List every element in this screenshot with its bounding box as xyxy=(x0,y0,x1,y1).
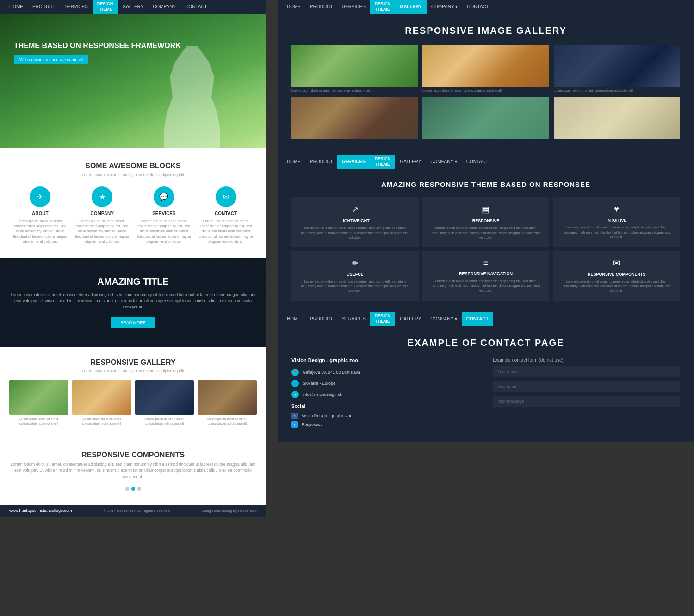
social-fb-row: f Vision Design - graphic zoo xyxy=(291,413,479,419)
block-company-text: Lorem ipsum dolor sit amet, consectetuer… xyxy=(74,218,130,244)
gallery-thumb-4[interactable] xyxy=(198,380,257,415)
form-message-input[interactable] xyxy=(493,396,680,407)
left-nav: HOME PRODUCT SERVICES DESIGN THEME GALLE… xyxy=(0,0,266,14)
rg-img-3[interactable] xyxy=(554,45,680,87)
read-more-button[interactable]: READ MORE xyxy=(111,317,155,328)
rc-nav-product[interactable]: PRODUCT xyxy=(305,312,337,326)
rs-nav-services[interactable]: SERVICES xyxy=(337,155,370,169)
rg-img-4-wrap xyxy=(291,97,418,139)
rg-img-6-wrap xyxy=(554,97,680,139)
email-icon: ✉ xyxy=(291,391,299,398)
service-text-components: Lorem ipsum dolor sit amet, consectetuer… xyxy=(558,279,675,294)
rc-nav-brand[interactable]: DESIGN THEME xyxy=(370,312,396,326)
block-contact: ✉ CONTACT Lorem ipsum dolor sit amet, co… xyxy=(198,186,254,244)
service-text-useful: Lorem ipsum dolor sit amet, consectetuer… xyxy=(297,279,413,294)
rs-nav-contact[interactable]: CONTACT xyxy=(462,155,493,169)
rg-img-1-caption: Lorem ipsum dolor sit amet, consectetuer… xyxy=(291,88,418,92)
form-name-input[interactable] xyxy=(493,381,680,392)
rc-nav-home[interactable]: HOME xyxy=(282,312,305,326)
rg-nav-home[interactable]: HOME xyxy=(282,0,305,14)
rg-img-4[interactable] xyxy=(291,97,418,139)
rs-nav-home[interactable]: HOME xyxy=(282,155,305,169)
responsive-icon: ▤ xyxy=(428,204,544,215)
nav-icon: ≡ xyxy=(428,258,544,268)
footer-copy: © 2014 Responsee, All Rights Reserved xyxy=(104,509,170,513)
footer-url: www.haritagechristiancollege.com xyxy=(9,508,72,513)
social-heading: Social xyxy=(291,404,479,409)
right-services-nav: HOME PRODUCT SERVICES DESIGN THEME GALLE… xyxy=(278,155,694,169)
contact-page-content: EXAMPLE OF CONTACT PAGE Vision Design - … xyxy=(278,326,694,442)
rg-nav-product[interactable]: PRODUCT xyxy=(305,0,337,14)
rg-nav-services[interactable]: SERVICES xyxy=(337,0,370,14)
service-card-useful: ✏ USEFUL Lorem ipsum dolor sit amet, con… xyxy=(291,251,419,301)
gallery-row-1: Lorem ipsum dolor sit amet, consectetuer… xyxy=(291,45,680,92)
rs-nav-brand[interactable]: DESIGN THEME xyxy=(370,155,396,169)
left-footer: www.haritagechristiancollege.com © 2014 … xyxy=(0,505,266,517)
nav-item-home[interactable]: HOME xyxy=(5,0,28,14)
rg-nav-brand[interactable]: DESIGN THEME xyxy=(370,0,396,14)
gallery-thumb-1[interactable] xyxy=(9,380,68,415)
dark-section: AMAZING TITLE Lorem ipsum dolor sit amet… xyxy=(0,258,266,347)
nav-item-contact[interactable]: CONTACT xyxy=(180,0,212,14)
service-name-responsive: RESPONSIVE xyxy=(428,218,544,223)
rg-nav-company[interactable]: COMPANY ▾ xyxy=(427,0,462,14)
rg-img-2[interactable] xyxy=(422,45,549,87)
intuitive-icon: ♥ xyxy=(558,204,675,214)
left-gallery-section: RESPONSIVE GALLERY Lorem ipsum dolor sit… xyxy=(0,347,266,437)
page-container: HOME PRODUCT SERVICES DESIGN THEME GALLE… xyxy=(0,0,694,616)
rc-nav-contact[interactable]: CONTACT xyxy=(462,312,493,326)
rs-nav-gallery[interactable]: GALLERY xyxy=(395,155,426,169)
form-email-input[interactable] xyxy=(493,366,680,377)
carousel-dots xyxy=(9,487,257,491)
contact-grid: Vision Design - graphic zoo 📍 Gallajova … xyxy=(291,357,680,430)
service-card-intuitive: ♥ INTUITIVE Lorem ipsum dolor sit amet, … xyxy=(553,197,680,247)
contact-email-row: ✉ info@visiondesign.sk xyxy=(291,391,479,398)
rc-nav-gallery[interactable]: GALLERY xyxy=(395,312,426,326)
block-services-icon: 💬 xyxy=(154,186,174,207)
rg-img-3-wrap: Lorem ipsum dolor sit amet, consectetuer… xyxy=(554,45,680,92)
right-gallery-nav: HOME PRODUCT SERVICES DESIGN THEME GALLE… xyxy=(278,0,694,14)
left-gallery-title: RESPONSIVE GALLERY xyxy=(9,358,257,367)
rg-nav-gallery[interactable]: GALLERY xyxy=(395,0,426,14)
rg-img-6[interactable] xyxy=(554,97,680,139)
address-icon: 📍 xyxy=(291,369,299,376)
rg-img-1[interactable] xyxy=(291,45,418,87)
block-services: 💬 SERVICES Lorem ipsum dolor sit amet, c… xyxy=(136,186,192,244)
rg-img-5[interactable] xyxy=(422,97,549,139)
contact-company: Vision Design - graphic zoo xyxy=(291,357,479,363)
block-contact-label: CONTACT xyxy=(198,211,254,216)
dot-2[interactable] xyxy=(131,487,135,491)
contact-form: Example contact form (do not use) xyxy=(493,357,680,430)
rg-img-1-wrap: Lorem ipsum dolor sit amet, consectetuer… xyxy=(291,45,418,92)
nav-item-company[interactable]: COMPANY xyxy=(148,0,180,14)
block-services-label: SERVICES xyxy=(136,211,192,216)
dot-3[interactable] xyxy=(137,487,141,491)
components-section: RESPONSIVE COMPONENTS Lorem ipsum dolor … xyxy=(0,437,266,505)
gallery-thumb-3[interactable] xyxy=(135,380,194,415)
service-text-intuitive: Lorem ipsum dolor sit amet, consectetuer… xyxy=(558,225,675,240)
hero-carousel-btn[interactable]: With amazing responsive carousel xyxy=(14,55,88,64)
gallery-item-3: Lorem ipsum dolor sit amet, consectetuer… xyxy=(135,380,194,425)
gallery-thumb-2[interactable] xyxy=(72,380,131,415)
rg-img-3-caption: Lorem ipsum dolor sit amet, consectetuer… xyxy=(554,88,680,92)
social-tw-row: t Responsee xyxy=(291,421,479,428)
nav-item-gallery[interactable]: GALLERY xyxy=(118,0,148,14)
footer-credit: Design and coding by Responsee xyxy=(201,509,257,513)
rs-nav-product[interactable]: PRODUCT xyxy=(305,155,337,169)
rc-nav-company[interactable]: COMPANY ▾ xyxy=(426,312,461,326)
contact-address: Gallajova 19, 841 02 Bratislava xyxy=(303,370,360,375)
contact-country: Slovakia - Europe xyxy=(303,381,335,386)
contact-country-row: 🌐 Slovakia - Europe xyxy=(291,380,479,387)
rs-nav-company[interactable]: COMPANY ▾ xyxy=(426,155,461,169)
block-about-icon: ✈ xyxy=(30,186,50,207)
nav-item-product[interactable]: PRODUCT xyxy=(28,0,60,14)
rc-nav-services[interactable]: SERVICES xyxy=(337,312,370,326)
nav-brand-left[interactable]: DESIGN THEME xyxy=(93,0,118,14)
hero-title: THEME BASED ON RESPONSEE FRAMEWORK xyxy=(14,42,252,50)
gallery-page-heading: RESPONSIVE IMAGE GALLERY xyxy=(291,25,680,36)
service-name-components: RESPONSIVE COMPONENTS xyxy=(558,272,675,277)
panel-divider xyxy=(266,0,278,616)
rg-nav-contact[interactable]: CONTACT xyxy=(462,0,494,14)
dot-1[interactable] xyxy=(125,487,129,491)
nav-item-services[interactable]: SERVICES xyxy=(60,0,92,14)
